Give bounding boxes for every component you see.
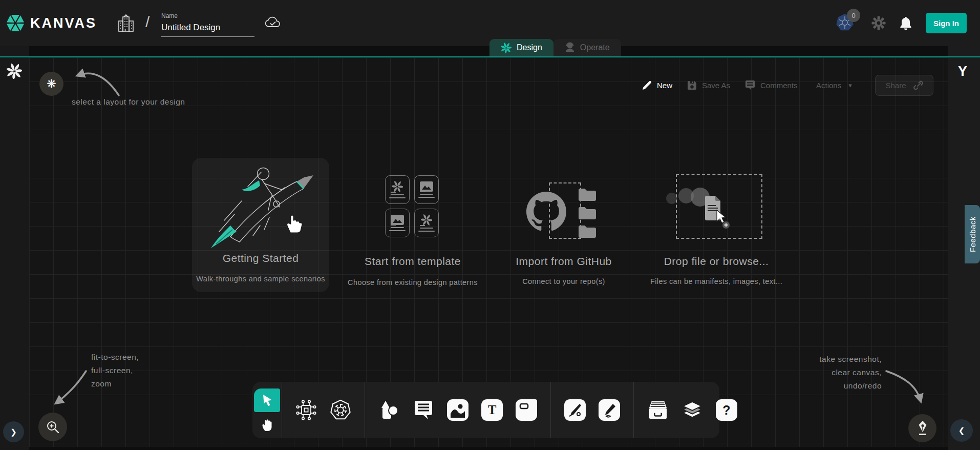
layers-tool[interactable] [681,399,703,421]
kubernetes-wheel-icon [330,399,351,421]
spiral-icon [421,214,432,226]
spiral-icon [392,181,403,192]
layout-select-button[interactable]: ❋ [39,72,63,96]
canvas-top-border [0,56,980,57]
feedback-tab[interactable]: Feedback [965,205,980,263]
actions-dropdown[interactable]: Actions ▾ [816,75,852,96]
placeholder-line [391,194,404,195]
design-name-block: Name [161,12,254,37]
new-design-button[interactable]: New [642,75,672,96]
toolbar-group-annotate: T [365,382,550,438]
bottom-toolbar: T [252,382,719,438]
select-tool[interactable] [254,388,280,412]
layers-icon [681,399,703,421]
placeholder-line [389,230,406,231]
chevron-right-icon: ❯ [10,427,17,437]
organization-icon[interactable] [117,14,135,33]
toolbar-group-manage: ? [633,382,751,438]
drawer-tool[interactable] [647,399,669,421]
pen-path-icon [567,402,583,418]
meshery-spiral-icon[interactable] [7,64,22,79]
kubernetes-count-badge: 0 [847,9,860,22]
placeholder-line [418,197,435,198]
kubernetes-context-button[interactable]: 0 [836,13,858,33]
component-node-tool[interactable] [295,399,317,421]
expand-right-panel-button[interactable]: ❮ [950,419,973,442]
pointer-tools [252,382,282,438]
canvas-actions-button[interactable] [908,414,936,442]
settings-gear-icon[interactable] [871,16,886,30]
note-tool[interactable] [516,399,537,421]
header-right: 0 [836,0,967,46]
pencil-sketch-icon [602,402,617,418]
template-tile [385,209,410,237]
mode-tabs: Design Operate [489,39,621,56]
sign-in-button[interactable]: Sign In [926,13,967,33]
template-tile [414,209,439,237]
text-tool[interactable]: T [481,399,503,421]
collaboration-y-icon[interactable]: Y [958,64,967,79]
brand-text: KANVAS [30,15,97,31]
bottom-right-hint: take screenshot, clear canvas, undo/redo [804,353,882,393]
tab-design[interactable]: Design [489,39,553,56]
caret-down-icon: ▾ [848,81,852,89]
drawer-icon [647,400,669,420]
snowflake-icon: ❋ [47,77,56,91]
placeholder-line [418,231,435,232]
comment-tool[interactable] [413,399,434,421]
pen-tool[interactable] [564,399,586,421]
image-tool[interactable] [447,399,468,421]
help-icon: ? [722,403,730,418]
pencil-new-icon [642,80,652,91]
github-octocat-icon[interactable] [526,192,566,232]
rocket-rider-illustration [199,160,327,252]
card-title: Getting Started [223,252,299,264]
image-tool-icon [450,402,465,418]
comments-icon [744,80,756,91]
image-icon [391,215,404,225]
hint-line: fit-to-screen, [91,351,139,364]
card-title: Start from template [365,255,461,268]
design-name-input[interactable] [161,22,254,37]
kanvas-logo[interactable]: KANVAS [5,12,97,34]
pencil-tool[interactable] [599,399,620,421]
operate-headset-icon [565,42,575,53]
card-subtitle: Connect to your repo(s) [522,277,605,285]
new-label: New [657,81,672,90]
card-subtitle: Files can be manifests, images, text... [650,277,782,285]
zoom-controls-button[interactable] [38,413,67,441]
card-title: Drop file or browse... [664,255,769,268]
tab-operate-label: Operate [580,43,610,52]
save-as-button[interactable]: Save As [687,75,730,96]
notifications-bell-icon[interactable] [899,16,912,30]
comment-bubble-icon [413,400,434,420]
pan-tool[interactable] [254,413,280,437]
fade-dot [666,193,677,204]
select-cursor-icon [261,394,274,407]
note-icon [519,402,534,418]
card-subtitle: Choose from existing design patterns [348,278,478,287]
comments-label: Comments [760,81,798,90]
card-subtitle: Walk-throughs and sample scenarios [196,275,325,283]
link-icon [913,80,923,90]
comments-button[interactable]: Comments [744,75,798,96]
template-card[interactable] [385,175,441,237]
share-button[interactable]: Share [875,75,933,96]
cloud-sync-icon [264,15,282,30]
card-title: Import from GitHub [516,255,612,268]
kanvas-app: KANVAS / Name [0,0,980,450]
tab-design-label: Design [517,43,542,52]
share-label: Share [885,81,906,90]
shapes-icon [378,399,400,421]
hint-line: clear canvas, [804,366,882,379]
kubernetes-tool[interactable] [330,399,351,421]
placeholder-line [420,194,433,195]
bottom-left-hint: fit-to-screen, full-screen, zoom [91,351,139,391]
expand-left-panel-button[interactable]: ❯ [3,421,24,442]
shapes-tool[interactable] [378,399,400,421]
component-node-icon [295,399,317,421]
text-tool-icon: T [488,403,497,417]
tab-operate[interactable]: Operate [553,39,621,56]
help-tool[interactable]: ? [716,399,737,421]
hint-line: full-screen, [91,364,139,377]
